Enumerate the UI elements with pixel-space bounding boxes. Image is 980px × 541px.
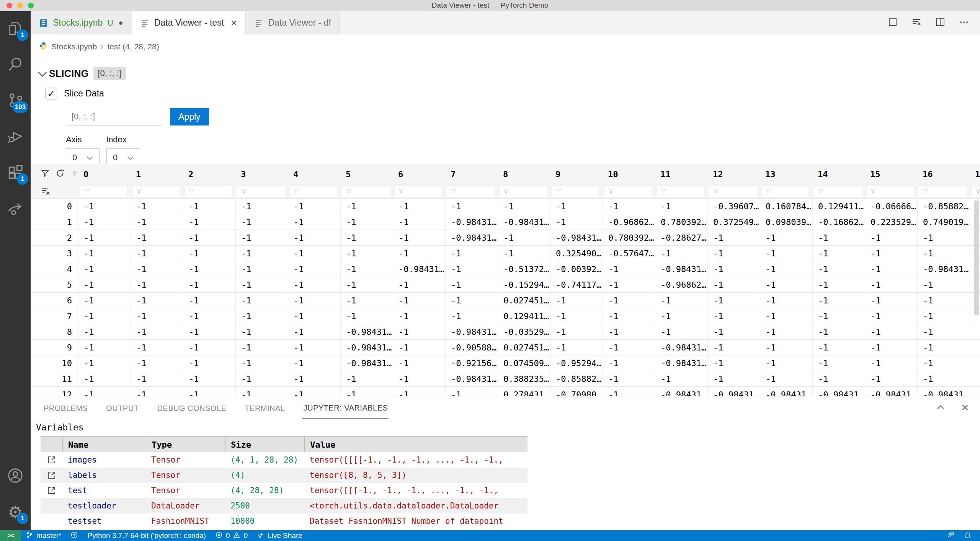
grid-column-header[interactable]: 5: [340, 169, 393, 179]
panel-tab-jupyter-variables[interactable]: JUPYTER: VARIABLES: [302, 398, 389, 419]
panel-tab-problems[interactable]: PROBLEMS: [43, 399, 88, 418]
variable-row[interactable]: testTensor(4, 28, 28)tensor([[[-1., -1.,…: [41, 483, 528, 498]
sidebar-item-live-share[interactable]: [0, 191, 31, 227]
column-filter-input[interactable]: [971, 186, 979, 197]
tab-data-viewer-df[interactable]: Data Viewer - df: [246, 11, 340, 34]
column-filter-input[interactable]: [447, 186, 495, 197]
open-in-data-viewer-icon[interactable]: [41, 455, 62, 465]
open-in-data-viewer-icon[interactable]: [41, 470, 62, 480]
python-interpreter-status[interactable]: Python 3.7.7 64-bit ('pytorch': conda): [83, 530, 210, 541]
grid-column-header[interactable]: 8: [498, 169, 550, 179]
grid-column-header[interactable]: 6: [393, 169, 445, 179]
column-filter-input[interactable]: [132, 186, 180, 197]
slice-data-checkbox[interactable]: ✓: [45, 88, 57, 99]
grid-column-header[interactable]: 14: [812, 169, 865, 179]
sidebar-item-extensions[interactable]: 1: [0, 155, 31, 191]
funnel-icon: [136, 188, 142, 195]
grid-column-header[interactable]: 16: [917, 169, 970, 179]
column-filter-input[interactable]: [80, 186, 128, 197]
remote-indicator[interactable]: ><: [0, 530, 21, 541]
grid-column-header[interactable]: 9: [550, 169, 603, 179]
panel-tab-terminal[interactable]: TERMINAL: [244, 399, 286, 418]
chevron-down-icon[interactable]: [38, 68, 47, 77]
grid-column-header[interactable]: 1: [131, 169, 183, 179]
grid-column-header[interactable]: 7: [445, 169, 498, 179]
open-in-data-viewer-icon[interactable]: [41, 486, 62, 495]
grid-column-header[interactable]: 17: [970, 169, 980, 179]
breadcrumb-file[interactable]: Stocks.ipynb: [51, 42, 97, 51]
close-panel-icon[interactable]: [960, 402, 970, 414]
column-filter-input[interactable]: [761, 186, 810, 197]
feedback-button[interactable]: [942, 531, 959, 541]
slicing-section-title[interactable]: SLICING: [49, 68, 89, 79]
publish-changes-button[interactable]: [66, 530, 83, 541]
column-filter-input[interactable]: [919, 186, 967, 197]
column-header-value[interactable]: Value: [304, 437, 528, 452]
variable-row[interactable]: labelsTensor(4)tensor([8, 8, 5, 3]): [41, 468, 528, 483]
open-changes-icon[interactable]: [887, 17, 898, 29]
column-filter-input[interactable]: [657, 186, 705, 197]
grid-column-header[interactable]: 10: [603, 169, 655, 179]
panel-tab-output[interactable]: OUTPUT: [105, 399, 139, 418]
filter-icon[interactable]: [41, 169, 50, 179]
problems-status[interactable]: 0 0: [211, 530, 252, 541]
grid-cell: -1: [288, 324, 340, 339]
grid-column-header[interactable]: 12: [707, 169, 760, 179]
column-filter-input[interactable]: [499, 186, 547, 197]
column-header-size[interactable]: Size: [225, 437, 304, 452]
clear-filters-icon[interactable]: [31, 186, 78, 196]
sidebar-item-source-control[interactable]: 103: [0, 83, 31, 119]
column-filter-input[interactable]: [237, 186, 285, 197]
refresh-icon[interactable]: [55, 168, 65, 180]
sidebar-item-account[interactable]: [0, 458, 31, 494]
tab-data-viewer-test[interactable]: Data Viewer - test×: [132, 11, 246, 34]
variable-row[interactable]: testloaderDataLoader2500<torch.utils.dat…: [41, 498, 528, 513]
grid-column-header[interactable]: 13: [760, 169, 812, 179]
apply-button[interactable]: Apply: [170, 108, 209, 125]
column-filter-input[interactable]: [709, 186, 757, 197]
split-editor-icon[interactable]: [935, 17, 946, 29]
live-share-status[interactable]: Live Share: [252, 530, 307, 541]
sidebar-item-settings[interactable]: ⚙ 1: [0, 494, 31, 530]
column-filter-input[interactable]: [289, 186, 338, 197]
grid-column-header[interactable]: 11: [655, 169, 707, 179]
grid-cell: -1: [183, 324, 235, 339]
grid-column-header[interactable]: 0: [78, 169, 131, 179]
column-header-type[interactable]: Type: [146, 437, 225, 452]
grid-cell: -1: [445, 277, 498, 292]
column-filter-input[interactable]: [394, 186, 443, 197]
collapse-panel-icon[interactable]: [936, 402, 946, 414]
grid-column-header[interactable]: 3: [235, 169, 288, 179]
window-title: Data Viewer - test — PyTorch Demo: [0, 1, 980, 10]
more-actions-icon[interactable]: [959, 17, 969, 29]
row-index-label: 11: [31, 371, 78, 386]
column-filter-input[interactable]: [342, 186, 390, 197]
tab-stocks-ipynb[interactable]: Stocks.ipynbU●: [31, 11, 132, 34]
column-filter-input[interactable]: [604, 186, 652, 197]
panel-tab-debug-console[interactable]: DEBUG CONSOLE: [156, 399, 227, 418]
grid-column-header[interactable]: 4: [288, 169, 340, 179]
grid-cell: -0.16862…: [812, 214, 865, 230]
close-tab-icon[interactable]: ×: [231, 18, 237, 28]
variable-row[interactable]: testsetFashionMNIST10000Dataset FashionM…: [41, 513, 528, 529]
clear-list-icon[interactable]: [911, 17, 922, 29]
column-filter-input[interactable]: [866, 186, 915, 197]
breadcrumb-item[interactable]: test (4, 28, 28): [107, 42, 159, 51]
sidebar-item-explorer[interactable]: 1: [0, 11, 31, 47]
sort-up-icon[interactable]: [70, 169, 79, 179]
row-index-label: 0: [31, 199, 78, 214]
grid-column-header[interactable]: 2: [183, 169, 235, 179]
variable-row[interactable]: imagesTensor(4, 1, 28, 28)tensor([[[[-1.…: [41, 452, 528, 468]
vertical-scrollbar[interactable]: [974, 200, 979, 315]
column-filter-input[interactable]: [552, 186, 600, 197]
git-branch-status[interactable]: master*: [21, 530, 66, 541]
sidebar-item-search[interactable]: [0, 47, 31, 83]
column-filter-input[interactable]: [185, 186, 233, 197]
grid-cell: -1: [760, 246, 812, 261]
grid-column-header[interactable]: 15: [865, 169, 917, 179]
column-header-name[interactable]: Name: [62, 437, 146, 452]
column-filter-input[interactable]: [814, 186, 862, 197]
slice-expression-input[interactable]: [0, :, :]: [66, 108, 162, 125]
sidebar-item-run-debug[interactable]: [0, 119, 31, 155]
notifications-button[interactable]: [959, 531, 976, 541]
